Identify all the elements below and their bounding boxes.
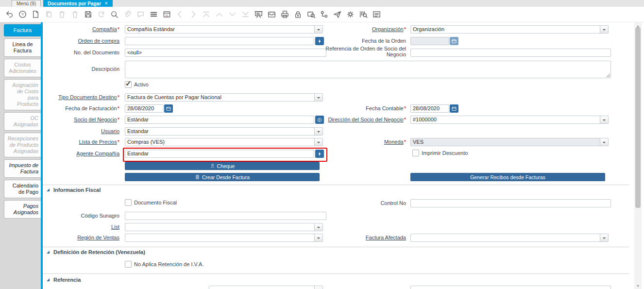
factura-form: Compañía* Compañía Estándar Organización… — [43, 22, 629, 289]
fecha-facturacion-calendar-button[interactable] — [164, 104, 173, 113]
fecha-orden-calendar-button — [450, 37, 458, 45]
toggle-grid-icon[interactable] — [147, 9, 160, 20]
imprimir-descuento-checkbox[interactable] — [412, 150, 419, 156]
activo-checkbox[interactable]: ✓ — [125, 81, 132, 88]
dropdown-arrow-icon[interactable] — [314, 94, 322, 101]
print-preview-icon[interactable] — [370, 9, 383, 20]
sidebar-tab-factura[interactable]: Factura — [4, 24, 41, 36]
control-no-field[interactable] — [410, 199, 611, 207]
lista-precios-field[interactable]: Compras (VES) — [125, 138, 323, 146]
collapse-triangle-icon[interactable] — [47, 278, 50, 281]
dropdown-arrow-icon[interactable] — [314, 128, 322, 135]
print-icon[interactable] — [278, 9, 291, 20]
sidebar-tab-pagos-asignados[interactable]: Pagos Asignados — [4, 200, 41, 219]
referencia-orden-field[interactable] — [410, 49, 611, 57]
usuario-field[interactable]: Estandar — [125, 127, 323, 136]
checkmark-icon: ✓ — [125, 79, 132, 88]
vertical-scrollbar[interactable]: ▲ ▼ — [634, 22, 642, 289]
retencion-header[interactable]: Definición de Retención (Venezuela) — [53, 249, 145, 255]
toolbar: ? 31 — [0, 7, 644, 22]
tipo-documento-field[interactable]: Factura de Cuentas por Pagar Nacional — [125, 93, 323, 102]
fecha-orden-field — [410, 37, 449, 45]
no-documento-field[interactable]: <null> — [125, 49, 326, 57]
crear-desde-factura-button[interactable]: Crear Desde Factura — [125, 173, 320, 181]
generar-recibos-button[interactable]: Generar Recibos desde Facturas — [410, 173, 605, 181]
agente-compania-field[interactable]: Estandar — [125, 150, 314, 158]
fecha-facturacion-field[interactable]: 28/08/2020 — [125, 104, 164, 113]
calendar-icon — [451, 106, 457, 112]
referencia-orden-label: Referencia de Orden de Socio del Negocio — [319, 46, 406, 57]
orden-compra-field[interactable] — [125, 37, 314, 45]
dropdown-arrow-icon[interactable] — [314, 223, 322, 231]
imprimir-descuento-label: Imprimir Descuento — [422, 150, 468, 157]
descripcion-field[interactable] — [125, 61, 611, 78]
cheque-button[interactable]: Cheque — [125, 162, 320, 170]
region-ventas-field[interactable] — [125, 234, 323, 242]
calendar-icon — [166, 106, 171, 112]
save-icon[interactable] — [82, 9, 95, 20]
direccion-socio-field[interactable]: #1000000 — [410, 116, 609, 124]
calendar-icon — [451, 38, 457, 44]
down-record-icon — [226, 9, 239, 20]
descripcion-label: Descripción — [43, 65, 119, 73]
factura-afectada-field[interactable] — [410, 234, 609, 242]
archive-icon[interactable] — [265, 9, 278, 20]
dropdown-arrow-icon[interactable] — [314, 286, 322, 289]
collapse-triangle-icon[interactable] — [47, 188, 50, 191]
product-info-icon[interactable] — [357, 9, 370, 20]
codigo-sunagro-label: Código Sunagro — [43, 212, 119, 220]
document-icon — [195, 174, 200, 180]
section-separator — [43, 247, 629, 247]
sidebar-tab-asignacion-de-costo: Asignación de Costo para Producto — [4, 79, 41, 110]
process-gear-icon[interactable] — [344, 9, 357, 20]
informacion-fiscal-header[interactable]: Informacion Fiscal — [53, 187, 101, 193]
direccion-socio-label: Dirección del Socio del Negocio* — [299, 116, 406, 124]
undo-icon[interactable] — [3, 9, 16, 20]
agente-compania-zoom-button[interactable] — [315, 150, 324, 158]
sidebar-tab-calendario-de-pago[interactable]: Calendario de Pago — [4, 180, 41, 198]
orden-compra-label: Orden de compra — [43, 37, 119, 45]
collapse-triangle-icon[interactable] — [47, 251, 50, 254]
activo-label: Activo — [134, 81, 149, 88]
socio-negocio-field[interactable]: Estándar — [125, 116, 314, 124]
tab-documentos-por-pagar[interactable]: Documentos por Pagar ✕ — [43, 0, 113, 7]
previous-record-icon — [173, 9, 186, 20]
tab-sidebar: Factura Linea de Factura Costos Adiciona… — [0, 22, 41, 289]
fecha-contable-calendar-button[interactable] — [450, 104, 458, 113]
help-icon[interactable]: ? — [16, 9, 29, 20]
lock-icon[interactable] — [291, 9, 305, 20]
documento-fiscal-checkbox[interactable] — [125, 199, 132, 206]
codigo-sunagro-field[interactable] — [125, 212, 326, 220]
organizacion-field[interactable]: Organización — [410, 25, 609, 34]
compania-field[interactable]: Compañía Estándar — [125, 25, 323, 34]
calendar-icon[interactable]: 31 — [160, 9, 173, 20]
close-icon[interactable]: ✕ — [104, 0, 108, 7]
new-record-icon[interactable] — [29, 9, 42, 20]
referencia-partial-field[interactable] — [209, 286, 323, 289]
svg-text:31: 31 — [165, 14, 169, 17]
tab-menu[interactable]: Menú (9) — [12, 0, 41, 7]
referencia-partial-field[interactable] — [410, 286, 611, 289]
person-icon — [210, 163, 215, 169]
sidebar-tab-impuesto-de-factura[interactable]: Impuesto de Factura — [4, 159, 41, 178]
usuario-label: Usuario — [43, 127, 119, 136]
scrollbar-thumb[interactable] — [635, 27, 641, 208]
scroll-down-icon[interactable]: ▼ — [634, 282, 642, 289]
sidebar-tab-linea-de-factura[interactable]: Linea de Factura — [4, 38, 41, 57]
section-separator — [43, 185, 629, 185]
list-field[interactable] — [125, 223, 323, 231]
find-icon[interactable] — [108, 9, 121, 20]
fecha-contable-field[interactable]: 28/08/2020 — [410, 104, 449, 113]
no-aplica-retencion-checkbox[interactable] — [125, 261, 132, 268]
dropdown-arrow-icon[interactable] — [600, 26, 608, 33]
fecha-orden-label: Fecha de la Orden — [299, 37, 406, 45]
dropdown-arrow-icon[interactable] — [600, 116, 608, 123]
referencia-header[interactable]: Referencia — [53, 277, 81, 283]
svg-text:?: ? — [21, 12, 24, 17]
list-label: List — [43, 223, 119, 231]
report-icon[interactable] — [252, 9, 265, 20]
workflow-icon[interactable] — [318, 9, 331, 20]
send-mail-icon[interactable] — [331, 9, 344, 20]
dropdown-arrow-icon[interactable] — [600, 234, 608, 241]
zoom-across-icon[interactable] — [305, 9, 318, 20]
